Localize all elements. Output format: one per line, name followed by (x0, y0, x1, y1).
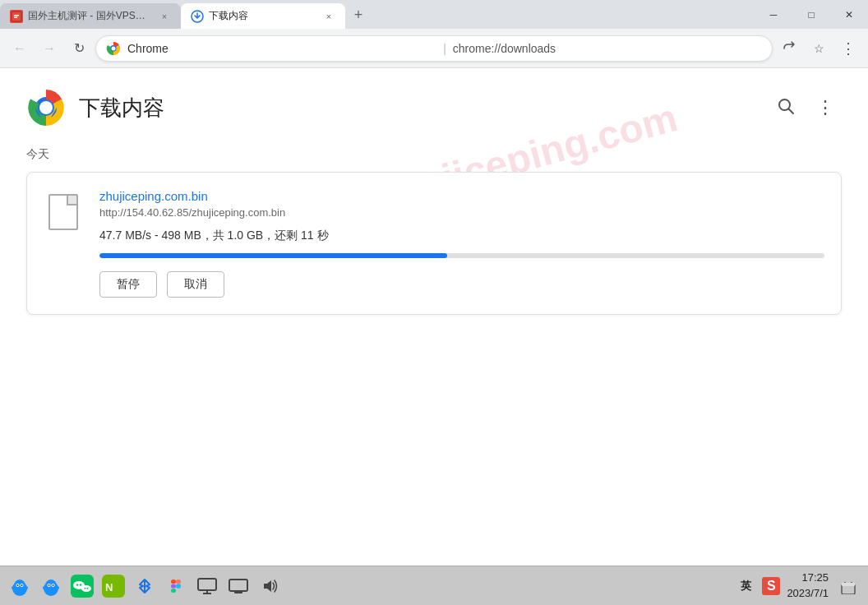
file-icon-wrap (44, 189, 83, 235)
active-tab-title: 下载内容 (209, 9, 317, 23)
svg-rect-53 (842, 583, 855, 586)
svg-point-37 (87, 587, 89, 589)
svg-point-21 (12, 586, 16, 589)
download-url: http://154.40.62.85/zhujiceping.com.bin (99, 206, 824, 219)
svg-rect-40 (171, 580, 176, 584)
forward-button[interactable]: → (36, 35, 62, 62)
svg-point-12 (39, 101, 53, 114)
svg-point-27 (48, 584, 50, 586)
progress-bar-fill (99, 253, 447, 258)
taskbar: N (0, 566, 868, 605)
new-tab-button[interactable]: + (345, 3, 372, 26)
reload-button[interactable]: ↻ (66, 35, 92, 62)
svg-text:N: N (105, 581, 113, 593)
progress-bar (99, 253, 824, 258)
back-button[interactable]: ← (7, 35, 33, 62)
volume-icon[interactable] (256, 573, 283, 599)
forward-icon: → (43, 41, 56, 56)
qq1-icon[interactable] (7, 573, 33, 599)
svg-rect-49 (234, 591, 242, 593)
title-bar: 国外主机测评 - 国外VPS，… × 下载内容 × + ─ □ ✕ (0, 0, 868, 29)
restore-button[interactable]: □ (792, 0, 830, 29)
window-controls: ─ □ ✕ (755, 0, 868, 29)
figma-icon[interactable] (163, 573, 189, 599)
search-button[interactable] (769, 91, 802, 124)
svg-point-16 (14, 580, 25, 593)
svg-point-44 (176, 584, 181, 589)
svg-point-28 (53, 584, 54, 586)
chrome-favicon (106, 41, 121, 56)
active-tab-favicon (191, 10, 204, 23)
qq2-icon[interactable] (38, 573, 64, 599)
svg-point-8 (112, 46, 116, 50)
svg-point-36 (85, 587, 86, 589)
page-menu-icon: ⋮ (816, 97, 834, 118)
tab-inactive[interactable]: 国外主机测评 - 国外VPS，… × (0, 3, 181, 29)
inactive-tab-favicon (10, 10, 23, 23)
clock-time: 17:25 (787, 570, 829, 585)
page-header-actions: ⋮ (769, 91, 842, 124)
downloads-page: zhujiceping.com 下载内容 (0, 68, 868, 566)
page-header-left: 下载内容 (26, 88, 164, 127)
ime-button[interactable]: 英 (736, 576, 755, 596)
svg-rect-2 (14, 15, 19, 16)
bookmark-button[interactable]: ☆ (806, 35, 832, 62)
svg-point-22 (23, 586, 28, 589)
reload-icon: ↻ (74, 40, 85, 56)
svg-rect-43 (171, 589, 176, 593)
file-icon (48, 194, 78, 230)
inactive-tab-close[interactable]: × (158, 10, 171, 23)
pause-button[interactable]: 暂停 (99, 271, 157, 298)
wechat-icon[interactable] (69, 573, 95, 599)
tab-active[interactable]: 下载内容 × (181, 3, 345, 29)
share-icon (783, 40, 796, 56)
minimize-button[interactable]: ─ (755, 0, 792, 29)
bluetooth-icon[interactable] (132, 573, 158, 599)
address-separator: | (443, 42, 446, 55)
svg-point-20 (21, 584, 23, 586)
share-button[interactable] (776, 35, 802, 62)
page-menu-button[interactable]: ⋮ (809, 91, 842, 124)
taskbar-clock[interactable]: 17:25 2023/7/1 (787, 570, 829, 600)
svg-rect-41 (176, 580, 181, 584)
svg-line-14 (789, 109, 794, 113)
browser-menu-icon: ⋮ (841, 39, 856, 58)
address-brand: Chrome (127, 42, 436, 55)
star-icon: ☆ (814, 42, 824, 55)
clock-date: 2023/7/1 (787, 586, 829, 601)
svg-point-34 (80, 584, 81, 585)
download-info: zhujiceping.com.bin http://154.40.62.85/… (99, 189, 824, 298)
close-button[interactable]: ✕ (830, 0, 868, 29)
display-icon[interactable] (194, 573, 220, 599)
download-card: zhujiceping.com.bin http://154.40.62.85/… (26, 172, 842, 315)
svg-point-24 (45, 580, 57, 593)
browser-menu-button[interactable]: ⋮ (835, 35, 861, 62)
svg-rect-1 (12, 12, 21, 21)
chrome-logo (26, 88, 66, 127)
page-title: 下载内容 (79, 94, 164, 122)
svg-rect-48 (229, 580, 247, 591)
search-icon (777, 97, 795, 119)
wps-button[interactable]: S (762, 577, 780, 595)
download-status: 47.7 MB/s - 498 MB，共 1.0 GB，还剩 11 秒 (99, 229, 824, 243)
notification-button[interactable] (835, 573, 861, 599)
page-header: 下载内容 ⋮ (26, 88, 842, 127)
address-bar: ← → ↻ Chrome | chrome://downloads (0, 29, 868, 68)
nvidia-icon[interactable]: N (100, 573, 127, 599)
svg-rect-42 (171, 584, 176, 588)
svg-point-30 (54, 586, 59, 589)
download-filename[interactable]: zhujiceping.com.bin (99, 189, 824, 203)
monitor-icon[interactable] (225, 573, 252, 599)
cancel-button[interactable]: 取消 (167, 271, 224, 298)
svg-rect-3 (14, 16, 17, 18)
svg-point-19 (17, 584, 19, 586)
address-actions: ☆ (776, 35, 832, 62)
section-today-label: 今天 (26, 147, 842, 162)
address-input[interactable]: Chrome | chrome://downloads (95, 35, 773, 62)
active-tab-close[interactable]: × (322, 10, 335, 23)
svg-point-33 (76, 584, 78, 585)
systray: 英 S 17:25 2023/7/1 (736, 570, 861, 600)
svg-rect-45 (198, 579, 216, 590)
svg-point-35 (81, 585, 91, 592)
inactive-tab-title: 国外主机测评 - 国外VPS，… (28, 9, 153, 23)
